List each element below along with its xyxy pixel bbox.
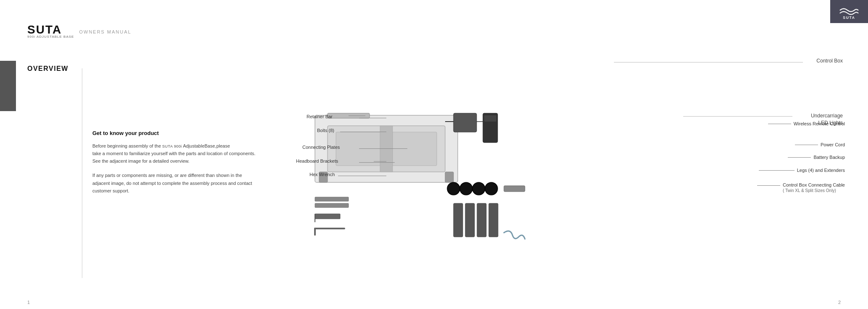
power-cord-line — [795, 145, 818, 145]
manual-label: OWNERS MANUAL — [79, 29, 131, 34]
hex-wrench-label: Hex Wrench — [309, 172, 335, 177]
svg-text:SUTA: SUTA — [843, 15, 855, 19]
cable-label: Control Box Connecting Cable — [783, 182, 845, 187]
svg-rect-6 — [445, 172, 454, 182]
undercarriage-line-connector — [683, 116, 792, 117]
battery-backup-line — [788, 157, 811, 158]
cable-container: Control Box Connecting Cable ( Twin XL &… — [757, 182, 845, 193]
cable-label-group: Control Box Connecting Cable ( Twin XL &… — [783, 182, 845, 193]
svg-point-15 — [472, 182, 485, 195]
suta-logo-icon: SUTA — [837, 3, 862, 20]
wireless-remote-line — [768, 124, 791, 124]
svg-rect-19 — [465, 203, 475, 237]
power-cord-label: Power Cord — [821, 142, 845, 147]
text-content-area: Get to know your product Before beginnin… — [92, 130, 302, 201]
control-box-label: Control Box — [816, 58, 843, 64]
power-cord-container: Power Cord — [795, 142, 845, 147]
svg-point-14 — [460, 182, 472, 195]
section-divider — [82, 68, 82, 278]
page-number-left: 1 — [27, 300, 30, 305]
bolts-label: Bolts (8) — [317, 128, 334, 133]
svg-rect-20 — [477, 203, 486, 237]
left-sidebar-accent — [0, 61, 16, 111]
wireless-remote-label: Wireless Remote Control — [794, 121, 845, 126]
battery-backup-container: Battery Backup — [788, 155, 845, 160]
svg-rect-10 — [454, 113, 477, 132]
battery-backup-label: Battery Backup — [813, 155, 845, 160]
svg-point-16 — [485, 182, 498, 195]
svg-point-13 — [447, 182, 460, 195]
retainer-bar-label: Retainer Bar — [307, 114, 333, 119]
svg-rect-18 — [454, 203, 463, 237]
bolts-line — [340, 132, 386, 132]
svg-rect-17 — [504, 186, 525, 192]
legs-extenders-container: Legs (4) and Extenders — [759, 168, 845, 173]
hex-wrench-line — [338, 176, 386, 176]
svg-rect-21 — [489, 203, 498, 237]
headboard-brackets-label: Headboard Brackets — [296, 158, 338, 164]
cable-line — [757, 185, 780, 186]
svg-rect-9 — [484, 115, 496, 122]
wireless-remote-container: Wireless Remote Control — [768, 121, 845, 126]
svg-rect-4 — [380, 126, 393, 172]
brand-tagline: 900i ADJUSTABLE BASE — [27, 35, 74, 39]
section-title: OVERVIEW — [27, 65, 68, 73]
connecting-plates-line — [359, 148, 407, 149]
page-number-right: 2 — [838, 300, 841, 305]
control-box-line — [614, 62, 803, 62]
connecting-plates-label: Connecting Plates — [302, 145, 340, 150]
undercarriage-line1: Undercarriage — [811, 113, 843, 119]
legs-extenders-line — [759, 170, 795, 171]
headboard-brackets-line — [359, 162, 395, 163]
header: SUTA 900i ADJUSTABLE BASE OWNERS MANUAL — [27, 23, 131, 39]
legs-extenders-label: Legs (4) and Extenders — [797, 168, 845, 173]
retainer-bar-line — [359, 118, 386, 118]
svg-rect-22 — [315, 197, 349, 201]
svg-rect-24 — [315, 214, 340, 219]
content-paragraph2: If any parts or components are missing, … — [92, 171, 302, 194]
suta-logo-box: SUTA — [830, 0, 868, 23]
svg-rect-23 — [315, 203, 349, 208]
cable-note: ( Twin XL & Split Sizes Only) — [783, 188, 845, 193]
brand-logo: SUTA 900i ADJUSTABLE BASE — [27, 23, 74, 39]
content-paragraph1: Before beginning assembly of the SUTA 90… — [92, 142, 302, 165]
content-heading: Get to know your product — [92, 130, 302, 136]
